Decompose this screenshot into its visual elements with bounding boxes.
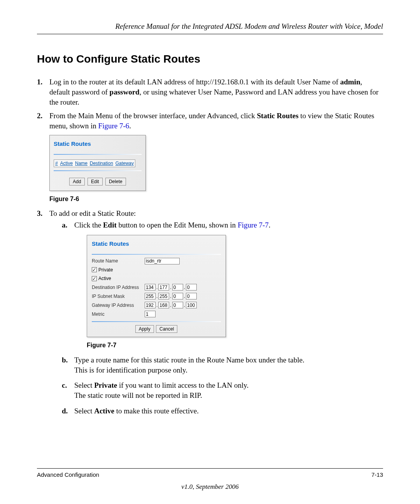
cancel-button[interactable]: Cancel xyxy=(156,325,177,333)
footer-left: Advanced Configuration xyxy=(37,471,99,479)
button-row: Apply Cancel xyxy=(92,325,221,333)
step-text: Log in to the router at its default LAN … xyxy=(49,78,378,106)
sub-text: Click the Edit button to open the Edit M… xyxy=(74,221,271,229)
dot: . xyxy=(170,284,171,290)
private-label: Private xyxy=(98,267,113,273)
apply-button[interactable]: Apply xyxy=(135,325,154,333)
figure-7-6-caption: Figure 7-6 xyxy=(49,195,383,203)
bold-admin: admin xyxy=(340,78,360,86)
sub-letter: c. xyxy=(62,380,67,390)
destination-row: Destination IP Address . . . xyxy=(92,284,221,290)
dest-a-input[interactable] xyxy=(145,284,156,290)
active-checkbox[interactable] xyxy=(92,276,97,281)
col-destination: Destination xyxy=(90,160,113,166)
text: Type a route name for this static route … xyxy=(74,356,304,364)
page-header: Reference Manual for the Integrated ADSL… xyxy=(37,21,383,34)
mask-row: IP Subnet Mask . . . xyxy=(92,293,221,299)
col-hash: # xyxy=(55,160,58,166)
text: This is for identification purpose only. xyxy=(74,366,187,374)
text: . xyxy=(129,122,131,130)
delete-button[interactable]: Delete xyxy=(105,178,126,186)
route-name-row: Route Name xyxy=(92,258,221,264)
divider xyxy=(92,321,221,322)
step-1: 1. Log in to the router at its default L… xyxy=(37,77,383,107)
text: Select xyxy=(74,407,94,415)
page-footer: Advanced Configuration 7-13 xyxy=(37,468,383,479)
gateway-label: Gateway IP Address xyxy=(92,302,145,308)
sub-steps: a. Click the Edit button to open the Edi… xyxy=(49,220,383,416)
dest-c-input[interactable] xyxy=(172,284,183,290)
metric-row: Metric xyxy=(92,311,221,317)
divider xyxy=(54,154,142,155)
private-row: Private xyxy=(92,267,221,273)
active-label: Active xyxy=(98,275,111,282)
dot: . xyxy=(156,302,158,308)
step-number: 3. xyxy=(37,208,42,219)
mask-b-input[interactable] xyxy=(158,293,169,299)
route-name-label: Route Name xyxy=(92,258,145,264)
route-name-input[interactable] xyxy=(145,258,180,264)
panel-title: Static Routes xyxy=(92,240,221,248)
edit-button[interactable]: Edit xyxy=(88,178,103,186)
sub-step-c: c. Select Private if you want to limit a… xyxy=(62,380,383,400)
routes-table-header: # Active Name Destination Gateway xyxy=(54,159,135,167)
step-number: 1. xyxy=(37,77,42,87)
figure-link-7-6[interactable]: Figure 7-6 xyxy=(98,122,130,130)
text: button to open the Edit Menu, shown in xyxy=(117,221,238,229)
text: From the Main Menu of the browser interf… xyxy=(49,112,257,120)
dest-d-input[interactable] xyxy=(186,284,197,290)
private-checkbox[interactable] xyxy=(92,267,97,272)
text: The static route will not be reported in… xyxy=(74,391,202,399)
text: . xyxy=(269,221,271,229)
sub-step-a: a. Click the Edit button to open the Edi… xyxy=(62,220,383,350)
text: if you want to limit access to the LAN o… xyxy=(117,381,248,389)
mask-d-input[interactable] xyxy=(186,293,197,299)
step-number: 2. xyxy=(37,111,42,121)
step-2: 2. From the Main Menu of the browser int… xyxy=(37,111,383,203)
step-text: From the Main Menu of the browser interf… xyxy=(49,112,374,130)
dest-b-input[interactable] xyxy=(158,284,169,290)
text: to make this route effective. xyxy=(114,407,199,415)
sub-text: Select Private if you want to limit acce… xyxy=(74,381,248,399)
gw-b-input[interactable] xyxy=(158,302,169,308)
sub-letter: b. xyxy=(62,355,68,365)
col-gateway: Gateway xyxy=(116,160,134,166)
dot: . xyxy=(170,293,171,299)
gateway-row: Gateway IP Address . . . xyxy=(92,302,221,308)
col-active: Active xyxy=(60,160,73,166)
sub-text: Type a route name for this static route … xyxy=(74,356,304,374)
divider xyxy=(54,170,142,171)
mask-label: IP Subnet Mask xyxy=(92,293,145,299)
bold-active: Active xyxy=(94,407,114,415)
dot: . xyxy=(170,302,171,308)
footer-right: 7-13 xyxy=(371,471,383,479)
dot: . xyxy=(184,302,185,308)
text: Click the xyxy=(74,221,103,229)
bold-edit: Edit xyxy=(103,221,117,229)
sub-letter: d. xyxy=(62,406,68,416)
figure-7-7-screenshot: Static Routes Route Name Private Active xyxy=(87,235,226,338)
mask-a-input[interactable] xyxy=(145,293,156,299)
steps-list: 1. Log in to the router at its default L… xyxy=(37,77,383,416)
dot: . xyxy=(184,293,185,299)
bold-password: password xyxy=(110,88,140,96)
mask-c-input[interactable] xyxy=(172,293,183,299)
panel-title: Static Routes xyxy=(54,140,142,148)
button-row: Add Edit Delete xyxy=(54,176,142,186)
footer-version: v1.0, September 2006 xyxy=(0,483,420,492)
gw-a-input[interactable] xyxy=(145,302,156,308)
divider xyxy=(92,254,221,255)
step-text: To add or edit a Static Route: xyxy=(49,209,136,217)
gw-c-input[interactable] xyxy=(172,302,183,308)
sub-step-d: d. Select Active to make this route effe… xyxy=(62,406,383,416)
add-button[interactable]: Add xyxy=(69,178,84,186)
col-name: Name xyxy=(75,160,88,166)
bold-private: Private xyxy=(94,381,117,389)
metric-input[interactable] xyxy=(145,311,156,317)
gw-d-input[interactable] xyxy=(186,302,197,308)
text: Select xyxy=(74,381,94,389)
dot: . xyxy=(184,284,185,290)
step-3: 3. To add or edit a Static Route: a. Cli… xyxy=(37,208,383,416)
bold-static-routes: Static Routes xyxy=(257,112,298,120)
figure-link-7-7[interactable]: Figure 7-7 xyxy=(238,221,269,229)
